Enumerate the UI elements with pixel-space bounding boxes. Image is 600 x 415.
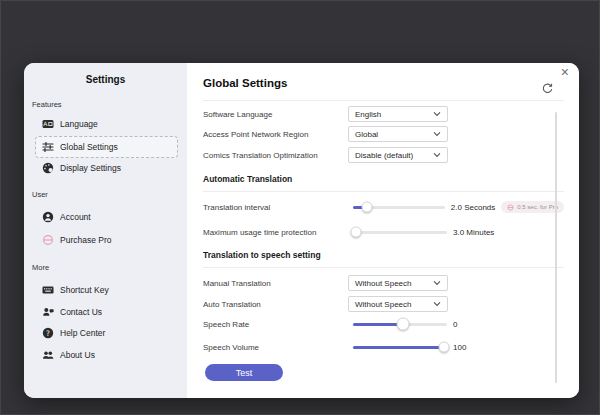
row-speech-volume: Speech Volume 100 [203, 339, 564, 355]
row-label: Translation interval [203, 203, 348, 212]
settings-dialog: × Settings Features A Language [24, 63, 579, 398]
sidebar-item-label: Display Settings [60, 163, 121, 173]
header-divider [203, 100, 564, 101]
interval-value: 2.0 Seconds [451, 203, 495, 212]
section-label-user: User [32, 190, 48, 199]
close-icon[interactable]: × [561, 64, 569, 80]
sidebar-item-display-settings[interactable]: Display Settings [35, 157, 178, 179]
keyboard-icon [42, 284, 54, 296]
language-icon: A [42, 118, 54, 130]
row-translation-interval: Translation interval 2.0 Seconds 0.5 sec… [203, 199, 564, 215]
row-label: Manual Translation [203, 279, 348, 288]
settings-sidebar: Settings Features A Language Global Se [24, 63, 187, 398]
row-network-region: Access Point Network Region Global [203, 126, 564, 142]
select-value: Without Speech [355, 279, 411, 288]
software-language-select[interactable]: English [348, 106, 448, 122]
help-icon: ? [42, 327, 54, 339]
slider-thumb[interactable] [361, 202, 372, 213]
sidebar-item-label: Shortcut Key [60, 285, 109, 295]
slider-thumb[interactable] [439, 342, 450, 353]
slider-fill [353, 323, 400, 326]
settings-sliders-icon [42, 141, 54, 153]
sidebar-item-about-us[interactable]: About Us [35, 344, 178, 366]
pro-badge-icon [507, 204, 514, 211]
max-usage-value: 3.0 Minutes [453, 228, 494, 237]
section-label-features: Features [32, 100, 62, 109]
max-usage-slider[interactable] [353, 231, 447, 234]
slider-thumb[interactable] [350, 227, 361, 238]
sidebar-item-label: Purchase Pro [60, 235, 112, 245]
contact-icon [42, 306, 54, 318]
sidebar-item-help-center[interactable]: ? Help Center [35, 322, 178, 344]
select-value: Without Speech [355, 300, 411, 309]
svg-text:?: ? [46, 329, 50, 338]
chevron-down-icon [433, 152, 441, 158]
network-region-select[interactable]: Global [348, 126, 448, 142]
vertical-scrollbar[interactable] [555, 112, 557, 383]
row-label: Speech Rate [203, 320, 348, 329]
sidebar-item-label: Contact Us [60, 307, 102, 317]
sidebar-item-purchase-pro[interactable]: Purchase Pro [35, 229, 178, 251]
page-title: Global Settings [203, 77, 287, 89]
speech-rate-value: 0 [453, 320, 457, 329]
section-title-automatic-translation: Automatic Translation [203, 174, 292, 184]
sidebar-item-shortcut-key[interactable]: Shortcut Key [35, 279, 178, 301]
row-speech-rate: Speech Rate 0 [203, 316, 564, 332]
speech-volume-slider[interactable] [353, 346, 447, 349]
row-label: Auto Translation [203, 300, 348, 309]
row-label: Software Language [203, 110, 348, 119]
section-divider [203, 191, 564, 192]
section-label-more: More [32, 263, 49, 272]
row-software-language: Software Language English [203, 106, 564, 122]
row-comics-optimization: Comics Translation Optimization Disable … [203, 147, 564, 163]
sidebar-item-language[interactable]: A Language [35, 113, 178, 135]
account-icon [42, 211, 54, 223]
chevron-down-icon [433, 131, 441, 137]
sidebar-item-account[interactable]: Account [35, 206, 178, 228]
people-icon [42, 349, 54, 361]
chevron-down-icon [433, 280, 441, 286]
translation-interval-slider[interactable] [353, 206, 445, 209]
row-label: Access Point Network Region [203, 130, 348, 139]
comics-optimization-select[interactable]: Disable (default) [348, 147, 448, 163]
sidebar-title: Settings [24, 74, 187, 85]
palette-icon [42, 162, 54, 174]
row-max-usage-protection: Maximum usage time protection 3.0 Minute… [203, 224, 564, 240]
chevron-down-icon [433, 301, 441, 307]
select-value: English [355, 110, 381, 119]
chevron-down-icon [433, 111, 441, 117]
sidebar-item-global-settings[interactable]: Global Settings [35, 136, 178, 158]
speech-rate-slider[interactable] [353, 323, 447, 326]
sidebar-item-label: Global Settings [60, 142, 118, 152]
sidebar-item-label: Help Center [60, 328, 105, 338]
desktop-background: × Settings Features A Language [0, 0, 600, 415]
row-label: Maximum usage time protection [203, 228, 348, 237]
auto-translation-select[interactable]: Without Speech [348, 296, 448, 312]
test-button[interactable]: Test [205, 364, 283, 381]
slider-fill [353, 346, 443, 349]
sidebar-item-label: Account [60, 212, 91, 222]
row-auto-translation: Auto Translation Without Speech [203, 296, 564, 312]
section-divider [203, 267, 564, 268]
row-label: Speech Volume [203, 343, 348, 352]
purchase-pro-icon [42, 234, 54, 246]
sidebar-item-label: About Us [60, 350, 95, 360]
manual-translation-select[interactable]: Without Speech [348, 275, 448, 291]
select-value: Global [355, 130, 378, 139]
sidebar-item-contact-us[interactable]: Contact Us [35, 301, 178, 323]
row-manual-translation: Manual Translation Without Speech [203, 275, 564, 291]
row-label: Comics Translation Optimization [203, 151, 348, 160]
global-settings-panel: Global Settings Software Language Englis… [187, 63, 579, 398]
select-value: Disable (default) [355, 151, 413, 160]
refresh-icon[interactable] [542, 83, 553, 94]
slider-thumb[interactable] [396, 318, 409, 331]
speech-volume-value: 100 [453, 343, 466, 352]
sidebar-item-label: Language [60, 119, 98, 129]
section-title-tts: Translation to speech setting [203, 250, 321, 260]
pro-badge-text: 0.5 sec. for Pro [517, 204, 558, 210]
